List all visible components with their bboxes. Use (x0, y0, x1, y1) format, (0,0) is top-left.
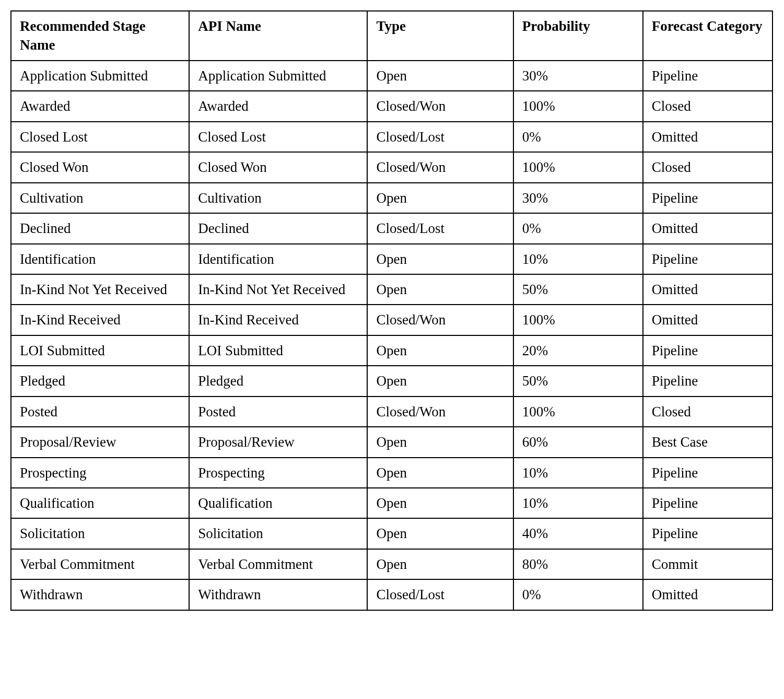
cell-forecast: Pipeline (643, 335, 773, 366)
table-row: Withdrawn Withdrawn Closed/Lost 0% Omitt… (11, 579, 773, 610)
cell-stage: Qualification (11, 488, 189, 518)
cell-api: Declined (189, 213, 367, 243)
cell-api: Identification (189, 244, 367, 274)
cell-probability: 50% (513, 274, 643, 305)
table-row: In-Kind Received In-Kind Received Closed… (11, 305, 773, 335)
cell-stage: Prospecting (11, 458, 189, 488)
cell-forecast: Omitted (643, 213, 773, 243)
cell-api: Withdrawn (189, 579, 367, 610)
cell-stage: Application Submitted (11, 61, 189, 91)
header-api-name: API Name (189, 11, 367, 61)
cell-stage: Solicitation (11, 518, 189, 549)
cell-stage: Verbal Commitment (11, 549, 189, 579)
cell-probability: 50% (513, 366, 643, 396)
cell-forecast: Pipeline (643, 366, 773, 396)
cell-probability: 100% (513, 91, 643, 121)
cell-forecast: Omitted (643, 305, 773, 335)
cell-stage: Withdrawn (11, 579, 189, 610)
cell-forecast: Closed (643, 91, 773, 121)
table-row: LOI Submitted LOI Submitted Open 20% Pip… (11, 335, 773, 366)
stages-table: Recommended Stage Name API Name Type Pro… (10, 10, 773, 611)
cell-api: Cultivation (189, 183, 367, 213)
cell-api: Solicitation (189, 518, 367, 549)
cell-stage: Awarded (11, 91, 189, 121)
cell-probability: 30% (513, 61, 643, 91)
cell-forecast: Closed (643, 397, 773, 427)
cell-type: Closed/Lost (367, 122, 513, 152)
cell-stage: Posted (11, 397, 189, 427)
cell-forecast: Omitted (643, 274, 773, 305)
cell-stage: Pledged (11, 366, 189, 396)
cell-api: Closed Lost (189, 122, 367, 152)
cell-stage: In-Kind Received (11, 305, 189, 335)
cell-api: Pledged (189, 366, 367, 396)
cell-api: Awarded (189, 91, 367, 121)
cell-type: Open (367, 549, 513, 579)
cell-type: Open (367, 335, 513, 366)
cell-type: Open (367, 61, 513, 91)
cell-type: Open (367, 366, 513, 396)
cell-forecast: Pipeline (643, 183, 773, 213)
cell-type: Open (367, 518, 513, 549)
cell-stage: In-Kind Not Yet Received (11, 274, 189, 305)
cell-type: Open (367, 427, 513, 457)
cell-stage: Proposal/Review (11, 427, 189, 457)
cell-api: Closed Won (189, 152, 367, 182)
header-probability: Probability (513, 11, 643, 61)
cell-probability: 100% (513, 397, 643, 427)
cell-probability: 60% (513, 427, 643, 457)
table-row: Awarded Awarded Closed/Won 100% Closed (11, 91, 773, 121)
cell-probability: 10% (513, 488, 643, 518)
cell-stage: Declined (11, 213, 189, 243)
cell-forecast: Pipeline (643, 518, 773, 549)
cell-api: Prospecting (189, 458, 367, 488)
cell-stage: Closed Lost (11, 122, 189, 152)
table-row: Solicitation Solicitation Open 40% Pipel… (11, 518, 773, 549)
cell-probability: 0% (513, 122, 643, 152)
cell-type: Closed/Lost (367, 579, 513, 610)
cell-forecast: Best Case (643, 427, 773, 457)
cell-forecast: Pipeline (643, 488, 773, 518)
cell-probability: 0% (513, 579, 643, 610)
cell-api: In-Kind Received (189, 305, 367, 335)
cell-stage: LOI Submitted (11, 335, 189, 366)
cell-api: Verbal Commitment (189, 549, 367, 579)
cell-forecast: Pipeline (643, 458, 773, 488)
cell-type: Open (367, 183, 513, 213)
cell-type: Closed/Won (367, 91, 513, 121)
cell-probability: 100% (513, 152, 643, 182)
cell-forecast: Omitted (643, 122, 773, 152)
cell-type: Open (367, 488, 513, 518)
cell-api: Proposal/Review (189, 427, 367, 457)
table-row: Prospecting Prospecting Open 10% Pipelin… (11, 458, 773, 488)
table-row: Posted Posted Closed/Won 100% Closed (11, 397, 773, 427)
table-row: In-Kind Not Yet Received In-Kind Not Yet… (11, 274, 773, 305)
cell-type: Open (367, 244, 513, 274)
cell-stage: Closed Won (11, 152, 189, 182)
table-row: Identification Identification Open 10% P… (11, 244, 773, 274)
cell-stage: Identification (11, 244, 189, 274)
cell-probability: 10% (513, 458, 643, 488)
cell-probability: 100% (513, 305, 643, 335)
table-row: Verbal Commitment Verbal Commitment Open… (11, 549, 773, 579)
table-row: Pledged Pledged Open 50% Pipeline (11, 366, 773, 396)
cell-api: Posted (189, 397, 367, 427)
cell-forecast: Closed (643, 152, 773, 182)
cell-stage: Cultivation (11, 183, 189, 213)
cell-api: LOI Submitted (189, 335, 367, 366)
table-row: Closed Won Closed Won Closed/Won 100% Cl… (11, 152, 773, 182)
table-row: Application Submitted Application Submit… (11, 61, 773, 91)
table-row: Cultivation Cultivation Open 30% Pipelin… (11, 183, 773, 213)
cell-api: In-Kind Not Yet Received (189, 274, 367, 305)
cell-probability: 0% (513, 213, 643, 243)
cell-type: Closed/Lost (367, 213, 513, 243)
table-row: Proposal/Review Proposal/Review Open 60%… (11, 427, 773, 457)
table-row: Qualification Qualification Open 10% Pip… (11, 488, 773, 518)
cell-api: Application Submitted (189, 61, 367, 91)
cell-type: Open (367, 458, 513, 488)
cell-forecast: Pipeline (643, 61, 773, 91)
header-type: Type (367, 11, 513, 61)
header-forecast-category: Forecast Category (643, 11, 773, 61)
table-row: Closed Lost Closed Lost Closed/Lost 0% O… (11, 122, 773, 152)
cell-type: Closed/Won (367, 305, 513, 335)
